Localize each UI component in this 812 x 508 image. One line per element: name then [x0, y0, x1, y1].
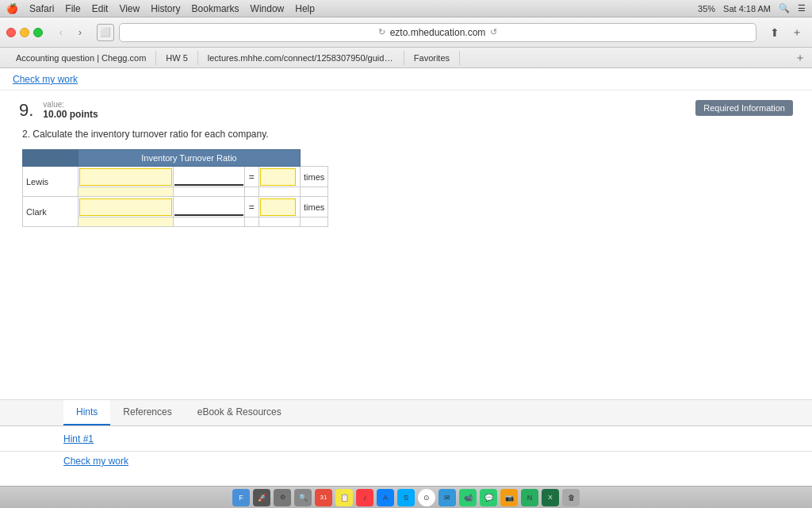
url-text: ezto.mheducation.com: [390, 27, 486, 38]
clark-result-cell: [259, 197, 301, 217]
clark-result-input[interactable]: [260, 198, 296, 216]
value-points: 10.00 points: [43, 109, 98, 120]
lewis-result-cell: [259, 167, 301, 187]
menu-help[interactable]: Help: [295, 3, 315, 14]
bottom-tabs-section: Hints References eBook & Resources Hint …: [0, 399, 812, 470]
menu-history[interactable]: History: [151, 3, 180, 14]
menu-bar: 🍎 Safari File Edit View History Bookmark…: [0, 0, 812, 17]
lewis-divider-cell: [174, 167, 245, 187]
bookmark-favorites[interactable]: Favorites: [404, 51, 460, 65]
check-my-work-bottom-bar: Check my work: [0, 451, 812, 470]
table-row: Clark = times: [23, 197, 328, 217]
lewis-times: times: [301, 167, 328, 187]
bookmarks-bar: Accounting question | Chegg.com HW 5 lec…: [0, 48, 812, 68]
url-bar[interactable]: ↻ ezto.mheducation.com ↺: [119, 23, 756, 42]
tab-references[interactable]: References: [110, 400, 184, 425]
question-number: 9.: [19, 100, 33, 121]
new-tab-icon[interactable]: ＋: [788, 24, 806, 41]
dock-calendar[interactable]: 31: [315, 489, 332, 506]
dock-facetime[interactable]: 📹: [459, 489, 477, 506]
apple-menu[interactable]: 🍎: [6, 3, 18, 14]
question-section: 9. value: 10.00 points Required Informat…: [0, 90, 812, 237]
dock-numbers[interactable]: N: [521, 489, 538, 506]
company-clark: Clark: [23, 197, 79, 227]
table-row: Lewis = times: [23, 167, 328, 187]
bookmark-hw5[interactable]: HW 5: [156, 51, 198, 65]
lewis-input1-cell: [79, 167, 174, 187]
hints-content: Hint #1: [0, 426, 812, 451]
nav-buttons: ‹ ›: [52, 24, 89, 41]
question-text: 2. Calculate the inventory turnover rati…: [19, 129, 793, 140]
dock-chrome[interactable]: ⊙: [418, 489, 435, 506]
clock: Sat 4:18 AM: [723, 4, 771, 13]
forward-button[interactable]: ›: [71, 24, 89, 41]
dock-trash[interactable]: 🗑: [562, 489, 580, 506]
clark-numerator-input[interactable]: [79, 198, 172, 216]
clark-divider-cell: [174, 197, 245, 217]
tab-overview-button[interactable]: ⬜: [97, 24, 114, 41]
check-my-work-link[interactable]: Check my work: [13, 74, 78, 85]
hint1-link[interactable]: Hint #1: [63, 433, 94, 444]
question-header: 9. value: 10.00 points Required Informat…: [19, 100, 793, 121]
dock-photos[interactable]: 📷: [500, 489, 518, 506]
inventory-table-container: Inventory Turnover Ratio Lewis =: [22, 149, 793, 227]
clark-equals: =: [245, 197, 259, 217]
dock-notes[interactable]: 📋: [335, 489, 353, 506]
dock-safari[interactable]: S: [397, 489, 415, 506]
check-my-work-bottom-link[interactable]: Check my work: [63, 456, 128, 467]
menu-edit[interactable]: Edit: [92, 3, 109, 14]
lewis-numerator-input[interactable]: [79, 168, 172, 186]
dock-search[interactable]: 🔍: [294, 489, 312, 506]
tab-hints[interactable]: Hints: [63, 400, 110, 425]
dock-finder[interactable]: F: [232, 489, 250, 506]
clark-input1-cell: [79, 197, 174, 217]
dock-messages[interactable]: 💬: [480, 489, 497, 506]
dock-launchpad[interactable]: 🚀: [253, 489, 270, 506]
menu-icon[interactable]: ☰: [798, 3, 806, 13]
share-icon[interactable]: ⬆: [766, 24, 783, 41]
dock-preferences[interactable]: ⚙: [274, 489, 291, 506]
check-my-work-bar: Check my work: [0, 68, 812, 90]
company-lewis: Lewis: [23, 167, 79, 197]
table-header-title: Inventory Turnover Ratio: [79, 150, 301, 167]
dock-mail[interactable]: ✉: [439, 489, 456, 506]
dock-appstore[interactable]: A: [377, 489, 394, 506]
traffic-lights: [6, 28, 43, 37]
add-bookmark-icon[interactable]: ＋: [795, 51, 806, 65]
menu-safari[interactable]: Safari: [29, 3, 54, 14]
lewis-equals: =: [245, 167, 259, 187]
table-header-empty: [23, 150, 79, 167]
back-button[interactable]: ‹: [52, 24, 70, 41]
dock-music[interactable]: ♪: [356, 489, 373, 506]
bookmark-lectures[interactable]: lectures.mhhe.com/connect/1258307950/gui…: [198, 51, 404, 65]
inventory-turnover-table: Inventory Turnover Ratio Lewis =: [22, 149, 328, 227]
bookmark-chegg[interactable]: Accounting question | Chegg.com: [6, 51, 156, 65]
lewis-denominator-input[interactable]: [174, 168, 243, 186]
dock: F 🚀 ⚙ 🔍 31 📋 ♪ A S ⊙ ✉ 📹 💬 📷 N X 🗑: [0, 486, 812, 508]
battery-indicator: 35%: [698, 4, 715, 13]
tabs-bar: Hints References eBook & Resources: [0, 400, 812, 426]
tab-ebook[interactable]: eBook & Resources: [185, 400, 294, 425]
page-content: Check my work 9. value: 10.00 points Req…: [0, 68, 812, 470]
dock-excel[interactable]: X: [542, 489, 559, 506]
value-area: value: 10.00 points: [43, 100, 98, 120]
clark-denominator-input[interactable]: [174, 198, 243, 216]
reload-icon[interactable]: ↻: [378, 27, 385, 37]
maximize-button[interactable]: [33, 28, 43, 37]
clark-times: times: [301, 197, 328, 217]
value-label: value:: [43, 100, 98, 109]
menu-bar-right: 35% Sat 4:18 AM 🔍 ☰: [698, 3, 806, 13]
minimize-button[interactable]: [20, 28, 29, 37]
menu-window[interactable]: Window: [251, 3, 285, 14]
question-number-area: 9. value: 10.00 points: [19, 100, 98, 121]
required-information-button[interactable]: Required Information: [695, 100, 793, 116]
lewis-result-input[interactable]: [260, 168, 296, 186]
browser-toolbar: ‹ › ⬜ ↻ ezto.mheducation.com ↺ ⬆ ＋: [0, 17, 812, 48]
search-icon[interactable]: 🔍: [779, 3, 790, 13]
close-button[interactable]: [6, 28, 16, 37]
browser-actions: ⬆ ＋: [766, 24, 806, 41]
menu-bookmarks[interactable]: Bookmarks: [192, 3, 239, 14]
menu-view[interactable]: View: [119, 3, 140, 14]
menu-file[interactable]: File: [65, 3, 80, 14]
reload-icon2[interactable]: ↺: [490, 27, 497, 37]
